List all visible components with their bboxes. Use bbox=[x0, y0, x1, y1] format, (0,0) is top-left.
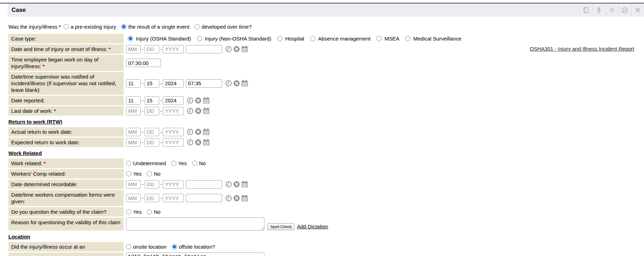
microphone-icon[interactable] bbox=[592, 3, 605, 17]
day-input[interactable] bbox=[145, 107, 159, 115]
radio-medical-surveillance[interactable]: Medical Surveillance bbox=[405, 36, 461, 42]
year-input[interactable] bbox=[163, 138, 184, 147]
radio-no[interactable]: No bbox=[147, 171, 160, 177]
month-input[interactable] bbox=[126, 96, 141, 105]
calendar-icon[interactable] bbox=[203, 129, 210, 135]
radio-yes[interactable]: Yes bbox=[126, 171, 141, 177]
close-icon[interactable] bbox=[631, 3, 644, 17]
radio-undetermined[interactable]: Undetermined bbox=[126, 160, 166, 166]
calendar-icon[interactable] bbox=[203, 139, 210, 146]
clear-icon[interactable] bbox=[233, 181, 240, 188]
day-input[interactable] bbox=[145, 79, 159, 88]
month-input[interactable] bbox=[126, 79, 141, 88]
calendar-icon[interactable] bbox=[241, 181, 248, 188]
clock-icon[interactable] bbox=[225, 195, 232, 202]
radio-checked-icon[interactable] bbox=[121, 24, 126, 29]
radio-hospital[interactable]: Hospital bbox=[277, 36, 304, 42]
calendar-icon[interactable] bbox=[203, 108, 210, 114]
month-input[interactable] bbox=[126, 107, 141, 115]
radio-injury-non-osha[interactable]: Injury (Non-OSHA Standard) bbox=[197, 36, 271, 42]
day-input[interactable] bbox=[145, 128, 159, 136]
radio-over-time[interactable]: developed over time? bbox=[195, 24, 251, 30]
clear-icon[interactable] bbox=[195, 139, 202, 146]
osha301-report-link[interactable]: OSHA301 - Injury and Illness Incident Re… bbox=[530, 46, 634, 52]
clear-icon[interactable] bbox=[233, 46, 240, 52]
day-input[interactable] bbox=[145, 45, 159, 53]
radio-icon[interactable] bbox=[197, 36, 202, 41]
radio-checked-icon[interactable] bbox=[128, 36, 133, 41]
radio-absence-management[interactable]: Absence management bbox=[310, 36, 371, 42]
radio-yes[interactable]: Yes bbox=[126, 209, 141, 215]
radio-icon[interactable] bbox=[147, 209, 152, 214]
radio-yes[interactable]: Yes bbox=[171, 160, 186, 166]
spell-check-button[interactable]: Spell Check bbox=[268, 223, 294, 230]
block-icon[interactable] bbox=[618, 3, 631, 17]
time-input[interactable] bbox=[186, 194, 222, 202]
clear-icon[interactable] bbox=[233, 80, 240, 87]
radio-icon[interactable] bbox=[277, 36, 283, 41]
time-input[interactable] bbox=[186, 79, 222, 88]
radio-onsite[interactable]: onsite location bbox=[126, 244, 167, 250]
calendar-icon[interactable] bbox=[241, 195, 248, 202]
reason-textarea[interactable] bbox=[126, 218, 264, 231]
collapse-icon[interactable] bbox=[605, 3, 618, 17]
month-input[interactable] bbox=[126, 138, 141, 147]
day-input[interactable] bbox=[145, 138, 159, 147]
radio-no[interactable]: No bbox=[192, 160, 206, 166]
clock-icon[interactable] bbox=[187, 129, 193, 135]
radio-icon[interactable] bbox=[126, 244, 131, 249]
year-input[interactable] bbox=[163, 107, 184, 115]
clear-icon[interactable] bbox=[233, 195, 240, 202]
radio-icon[interactable] bbox=[376, 36, 382, 41]
month-input[interactable] bbox=[126, 194, 141, 202]
radio-icon[interactable] bbox=[126, 209, 131, 214]
radio-offsite[interactable]: offsite location? bbox=[172, 244, 215, 250]
time-input[interactable] bbox=[186, 180, 222, 189]
calendar-icon[interactable] bbox=[241, 80, 248, 87]
month-input[interactable] bbox=[126, 45, 141, 53]
year-input[interactable] bbox=[163, 45, 184, 53]
day-input[interactable] bbox=[145, 194, 159, 202]
radio-pre-existing[interactable]: a pre-existing injury bbox=[64, 24, 116, 30]
radio-icon[interactable] bbox=[171, 161, 176, 166]
radio-icon[interactable] bbox=[64, 24, 69, 29]
clock-icon[interactable] bbox=[187, 108, 193, 114]
radio-icon[interactable] bbox=[192, 161, 197, 166]
day-input[interactable] bbox=[145, 96, 159, 105]
time-input[interactable] bbox=[186, 45, 222, 53]
year-input[interactable] bbox=[163, 180, 184, 189]
calendar-icon[interactable] bbox=[241, 46, 248, 52]
year-input[interactable] bbox=[163, 79, 184, 88]
radio-icon[interactable] bbox=[195, 24, 200, 29]
radio-msea[interactable]: MSEA bbox=[376, 36, 400, 42]
clear-icon[interactable] bbox=[195, 108, 202, 114]
clock-icon[interactable] bbox=[187, 139, 193, 146]
clock-icon[interactable] bbox=[225, 46, 232, 52]
month-input[interactable] bbox=[126, 180, 141, 189]
year-input[interactable] bbox=[163, 96, 184, 105]
clear-icon[interactable] bbox=[195, 129, 202, 135]
year-input[interactable] bbox=[163, 194, 184, 202]
radio-icon[interactable] bbox=[405, 36, 410, 41]
clock-icon[interactable] bbox=[225, 80, 232, 87]
calendar-icon[interactable] bbox=[203, 97, 210, 104]
radio-icon[interactable] bbox=[310, 36, 315, 41]
address-textarea[interactable]: 1212 Smith Street Station. Fort Wayne, I… bbox=[126, 253, 264, 256]
month-input[interactable] bbox=[126, 128, 141, 136]
required-marker: * bbox=[52, 108, 56, 114]
clear-icon[interactable] bbox=[195, 97, 202, 104]
radio-no[interactable]: No bbox=[147, 209, 160, 215]
year-input[interactable] bbox=[163, 128, 184, 136]
radio-icon[interactable] bbox=[126, 161, 131, 166]
book-icon[interactable] bbox=[579, 3, 592, 17]
time-began-work-input[interactable] bbox=[126, 59, 161, 67]
radio-injury-osha[interactable]: Injury (OSHA Standard) bbox=[128, 36, 191, 42]
radio-single-event[interactable]: the result of a single event bbox=[121, 24, 189, 30]
clock-icon[interactable] bbox=[187, 97, 193, 104]
day-input[interactable] bbox=[145, 180, 159, 189]
clock-icon[interactable] bbox=[225, 181, 232, 188]
radio-icon[interactable] bbox=[147, 171, 152, 176]
add-dictation-link[interactable]: Add Dictation bbox=[297, 224, 328, 229]
radio-checked-icon[interactable] bbox=[172, 244, 177, 249]
radio-icon[interactable] bbox=[126, 171, 131, 176]
